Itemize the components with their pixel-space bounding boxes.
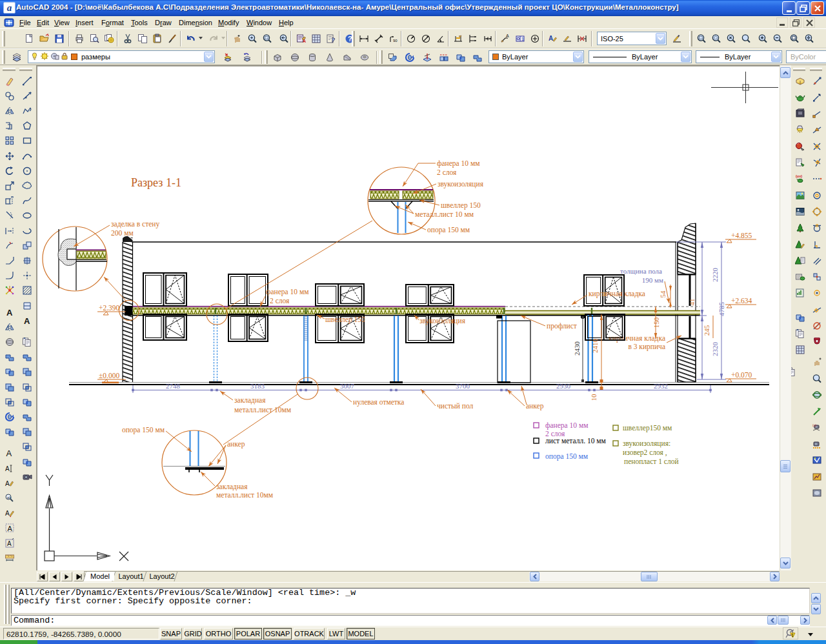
svg-text:(o): (o) (812, 423, 816, 427)
svg-text:2430: 2430 (573, 341, 581, 356)
svg-text:2410: 2410 (591, 339, 599, 354)
svg-text:A: A (5, 465, 10, 472)
svg-text:ab: ab (7, 495, 12, 499)
svg-text:2748: 2748 (166, 382, 181, 390)
svg-text:190 мм: 190 мм (642, 276, 663, 284)
svg-text:кирпичная кладка: кирпичная кладка (609, 334, 665, 343)
svg-text:опора 150 мм: опора 150 мм (427, 226, 470, 234)
svg-text:лист металл. 10 мм: лист металл. 10 мм (545, 437, 607, 445)
svg-text:профлист: профлист (547, 322, 577, 330)
svg-text:2932: 2932 (654, 382, 668, 390)
svg-text:закладная: закладная (216, 483, 248, 491)
svg-text:3007: 3007 (340, 382, 355, 390)
svg-text:245: 245 (703, 325, 710, 336)
svg-text:анкер: анкер (227, 440, 245, 448)
svg-text:металл.лист 10мм: металл.лист 10мм (234, 406, 292, 414)
svg-text:швеллер 150: швеллер 150 (325, 316, 365, 324)
svg-text:закладная: закладная (234, 396, 266, 405)
svg-text:+0.070: +0.070 (731, 371, 752, 379)
svg-text:A: A (5, 510, 10, 517)
svg-text:пенопласт 1 слой: пенопласт 1 слой (624, 458, 679, 465)
svg-text:звукоизоляция: звукоизоляция (419, 317, 466, 325)
svg-text:A: A (6, 308, 13, 317)
svg-text:41: 41 (688, 299, 696, 306)
svg-text:фанера 10 мм: фанера 10 мм (266, 288, 309, 296)
svg-text:!: ! (792, 633, 793, 638)
svg-text:опора 150 мм: опора 150 мм (545, 452, 589, 461)
svg-text:4785: 4785 (718, 302, 725, 317)
svg-text:+4.855: +4.855 (731, 232, 752, 239)
svg-text:(uv): (uv) (796, 174, 802, 178)
svg-text:фанера 10 мм: фанера 10 мм (545, 421, 589, 430)
svg-text:54: 54 (659, 290, 667, 298)
svg-text:металл.лист 10мм: металл.лист 10мм (216, 491, 274, 499)
svg-text:нулевая отметка: нулевая отметка (353, 398, 404, 407)
svg-text:2 слоя: 2 слоя (270, 297, 290, 305)
svg-text:2930: 2930 (556, 382, 571, 390)
svg-text:заделка в стену: заделка в стену (111, 220, 159, 228)
svg-text:металл.лист 10 мм: металл.лист 10 мм (415, 210, 474, 218)
svg-text:A: A (549, 35, 553, 42)
svg-text:Разрез 1-1: Разрез 1-1 (131, 176, 181, 189)
svg-text:кирпичная кладка: кирпичная кладка (589, 290, 645, 298)
svg-text:3700: 3700 (456, 382, 470, 390)
svg-text:90: 90 (393, 39, 398, 43)
svg-text:±0.000: ±0.000 (99, 372, 119, 379)
svg-text:звукоизоляция: звукоизоляция (438, 180, 484, 188)
svg-text:3183: 3183 (250, 382, 265, 390)
svg-text:A: A (5, 480, 10, 487)
svg-text:A: A (506, 34, 509, 38)
svg-text:чистый пол: чистый пол (437, 402, 474, 410)
svg-text:швеллер 150: швеллер 150 (441, 201, 481, 210)
svg-text:швеллер150 мм: швеллер150 мм (623, 424, 672, 432)
svg-text:200 мм: 200 мм (111, 229, 134, 237)
svg-text:звукоизоляция:: звукоизоляция: (623, 439, 670, 448)
svg-text:опора 150 мм: опора 150 мм (122, 426, 165, 434)
svg-text:A: A (6, 448, 12, 458)
svg-text:A: A (8, 525, 13, 532)
svg-text:в 3 кирпича: в 3 кирпича (628, 343, 665, 351)
svg-text:10: 10 (590, 394, 598, 401)
svg-text:толщина пола: толщина пола (620, 267, 662, 275)
svg-text:2320: 2320 (711, 342, 719, 357)
svg-text:изовер2 слоя ,: изовер2 слоя , (623, 448, 667, 457)
svg-text:2220: 2220 (711, 268, 719, 283)
svg-text:150: 150 (652, 317, 660, 328)
svg-text:2 слоя: 2 слоя (437, 168, 457, 176)
svg-text:A: A (7, 540, 12, 547)
svg-text:анкер: анкер (526, 402, 544, 410)
svg-text:+2.390: +2.390 (99, 304, 120, 312)
svg-text:A: A (24, 316, 30, 326)
svg-text:+2.634: +2.634 (731, 297, 752, 305)
svg-text:A: A (303, 39, 306, 43)
svg-text:фанера 10 мм: фанера 10 мм (437, 159, 480, 168)
svg-text:1: 1 (521, 37, 524, 41)
